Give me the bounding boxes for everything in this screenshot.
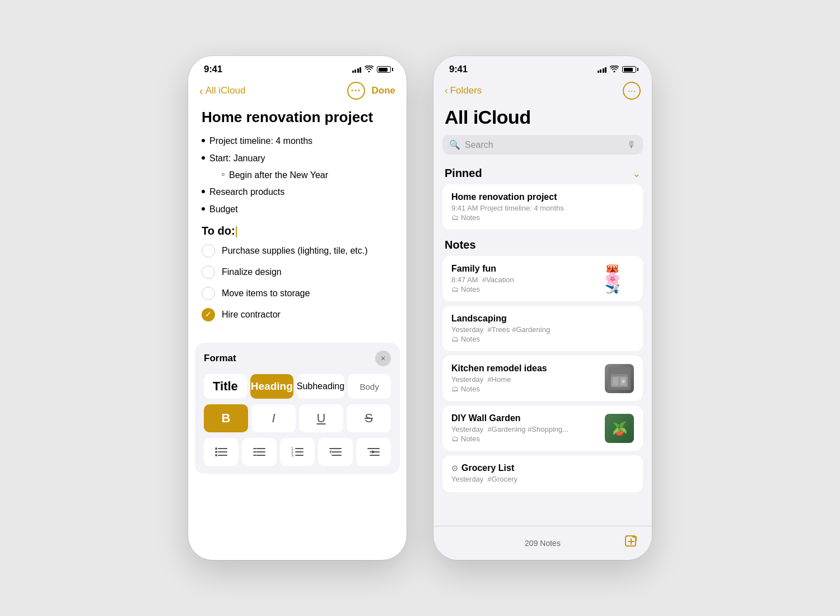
todo-item-2[interactable]: Finalize design bbox=[202, 265, 393, 279]
back-button-left[interactable]: ‹ All iCloud bbox=[199, 85, 245, 96]
text-style-row: B I U S bbox=[204, 404, 391, 432]
notes-count: 209 Notes bbox=[511, 539, 575, 548]
note-title-grocery: ⊙ Grocery List bbox=[451, 463, 634, 473]
strikethrough-button[interactable]: S bbox=[347, 404, 391, 432]
battery-icon-right bbox=[622, 66, 636, 73]
search-input[interactable]: Search bbox=[465, 140, 623, 150]
note-card-diy-garden[interactable]: DIY Wall Garden Yesterday #Gardening #Sh… bbox=[442, 405, 643, 451]
bottom-bar: 209 Notes bbox=[433, 526, 652, 560]
unordered-list-button[interactable] bbox=[204, 438, 239, 466]
todo-text-2: Finalize design bbox=[222, 266, 282, 278]
bullet-text-4: Budget bbox=[209, 203, 238, 216]
indent-right-button[interactable] bbox=[356, 438, 391, 466]
bullet-item: Budget bbox=[202, 203, 393, 216]
note-content-family-fun: Family fun 8:47 AM #Vacation 🗂 Notes bbox=[451, 264, 598, 293]
bullet-text-2: Start: January bbox=[209, 152, 265, 165]
folder-icon: 🗂 bbox=[451, 285, 459, 293]
microphone-icon[interactable]: 🎙 bbox=[627, 140, 636, 150]
pinned-note-card[interactable]: Home renovation project 9:41 AM Project … bbox=[442, 184, 643, 230]
close-button[interactable]: × bbox=[375, 351, 391, 366]
note-card-family-fun[interactable]: Family fun 8:47 AM #Vacation 🗂 Notes 🎪🌸✈… bbox=[442, 256, 643, 301]
back-label-left: All iCloud bbox=[206, 85, 246, 96]
compose-icon bbox=[624, 534, 638, 549]
chevron-down-icon[interactable]: ⌄ bbox=[632, 167, 641, 180]
pinned-note-preview: Project timeline: 4 months bbox=[480, 204, 564, 212]
folders-back-button[interactable]: ‹ Folders bbox=[445, 85, 482, 96]
chevron-left-icon-right: ‹ bbox=[445, 85, 448, 96]
search-icon: 🔍 bbox=[449, 139, 460, 150]
more-button[interactable]: ··· bbox=[347, 82, 365, 100]
pinned-note-folder: 🗂 Notes bbox=[451, 213, 634, 222]
pinned-note-meta: 9:41 AM Project timeline: 4 months bbox=[451, 204, 634, 212]
note-thumbnail-diy-garden: 🪴 bbox=[605, 414, 634, 443]
signal-icon bbox=[352, 66, 362, 73]
note-folder-kitchen: 🗂 Notes bbox=[451, 385, 598, 393]
battery-icon bbox=[377, 66, 391, 73]
note-meta-landscaping: Yesterday #Trees #Gardening bbox=[451, 325, 634, 334]
format-subheading-button[interactable]: Subheading bbox=[297, 374, 344, 399]
todo-item-4[interactable]: ✓ Hire contractor bbox=[202, 308, 393, 321]
bullet-list: Project timeline: 4 months Start: Januar… bbox=[202, 135, 393, 216]
todo-list: Purchase supplies (lighting, tile, etc.)… bbox=[202, 244, 393, 321]
numbered-list-button[interactable]: 1. 2. 3. bbox=[280, 438, 315, 466]
bullet-dot bbox=[202, 139, 205, 142]
shared-icon: ⊙ bbox=[451, 464, 458, 473]
folder-icon: 🗂 bbox=[451, 213, 459, 222]
italic-button[interactable]: I bbox=[251, 404, 296, 432]
format-style-row: Title Heading Subheading Body bbox=[204, 374, 391, 399]
svg-point-2 bbox=[215, 451, 217, 453]
signal-icon-right bbox=[598, 66, 607, 73]
note-card-kitchen[interactable]: Kitchen remodel ideas Yesterday #Home 🗂 … bbox=[442, 356, 643, 401]
note-meta-diy-garden: Yesterday #Gardening #Shopping... bbox=[451, 425, 598, 433]
underline-icon: U bbox=[317, 411, 326, 426]
todo-checkbox-4-checked[interactable]: ✓ bbox=[202, 308, 215, 321]
dash-list-button[interactable] bbox=[242, 438, 277, 466]
todo-checkbox-3[interactable] bbox=[202, 287, 215, 300]
bold-button[interactable]: B bbox=[204, 404, 248, 432]
folder-icon: 🗂 bbox=[451, 385, 459, 393]
format-heading-button[interactable]: Heading bbox=[250, 374, 293, 399]
search-bar[interactable]: 🔍 Search 🎙 bbox=[442, 135, 643, 155]
bullet-dot bbox=[202, 190, 205, 193]
indent-left-button[interactable] bbox=[318, 438, 353, 466]
text-cursor bbox=[236, 226, 237, 237]
right-phone: 9:41 bbox=[433, 56, 652, 560]
note-content-diy-garden: DIY Wall Garden Yesterday #Gardening #Sh… bbox=[451, 413, 598, 443]
note-card-grocery[interactable]: ⊙ Grocery List Yesterday #Grocery bbox=[442, 455, 643, 492]
note-title[interactable]: Home renovation project bbox=[202, 109, 393, 126]
note-thumbnail-kitchen bbox=[605, 364, 634, 393]
note-folder-diy-garden: 🗂 Notes bbox=[451, 435, 598, 443]
note-folder-landscaping: 🗂 Notes bbox=[451, 335, 634, 343]
format-title-button[interactable]: Title bbox=[204, 374, 247, 399]
bullet-item: Project timeline: 4 months bbox=[202, 135, 393, 147]
indent-left-icon bbox=[329, 446, 342, 458]
note-content-kitchen: Kitchen remodel ideas Yesterday #Home 🗂 … bbox=[451, 363, 598, 393]
todo-item-3[interactable]: Move items to storage bbox=[202, 287, 393, 300]
format-body-button[interactable]: Body bbox=[348, 374, 391, 399]
todo-checkbox-2[interactable] bbox=[202, 265, 215, 279]
time-left: 9:41 bbox=[204, 64, 222, 75]
chevron-left-icon: ‹ bbox=[199, 85, 203, 96]
numbered-list-icon: 1. 2. 3. bbox=[291, 446, 304, 458]
bullet-dot bbox=[202, 207, 205, 211]
dash-list-icon bbox=[253, 446, 266, 458]
strikethrough-icon: S bbox=[365, 411, 373, 426]
todo-checkbox-1[interactable] bbox=[202, 244, 215, 258]
todo-item-1[interactable]: Purchase supplies (lighting, tile, etc.) bbox=[202, 244, 393, 258]
done-button[interactable]: Done bbox=[372, 85, 396, 96]
underline-button[interactable]: U bbox=[299, 404, 343, 432]
more-button-right[interactable]: ··· bbox=[623, 82, 641, 100]
sub-bullet-item: Begin after the New Year bbox=[211, 169, 393, 181]
pinned-note-title: Home renovation project bbox=[451, 192, 634, 202]
bullet-item: Research products bbox=[202, 186, 393, 198]
notes-section-header: Notes bbox=[442, 234, 643, 256]
svg-text:3.: 3. bbox=[291, 453, 295, 457]
sub-bullet-text: Begin after the New Year bbox=[229, 169, 328, 181]
list-style-row: 1. 2. 3. bbox=[204, 438, 391, 466]
left-phone: 9:41 bbox=[188, 56, 407, 560]
compose-button[interactable] bbox=[624, 534, 638, 552]
note-meta-family-fun: 8:47 AM #Vacation bbox=[451, 276, 598, 284]
folders-label: Folders bbox=[450, 85, 482, 96]
note-title-landscaping: Landscaping bbox=[451, 314, 634, 324]
note-card-landscaping[interactable]: Landscaping Yesterday #Trees #Gardening … bbox=[442, 306, 643, 351]
